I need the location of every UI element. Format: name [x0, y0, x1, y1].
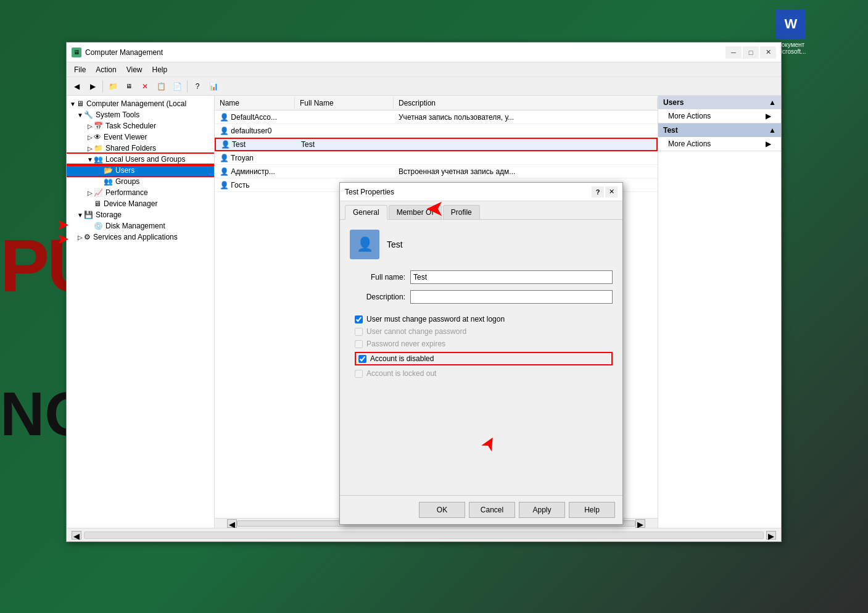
chevron-right-icon: ▶ — [766, 112, 771, 120]
collapse-icon: ▲ — [769, 98, 776, 107]
toolbar: ◀ ▶ 📁 🖥 ✕ 📋 📄 ? 📊 — [67, 77, 781, 96]
actions-test-more-actions[interactable]: More Actions ▶ — [658, 137, 781, 151]
dialog-title-text: Test Properties — [345, 188, 592, 196]
status-scrollbar[interactable] — [84, 532, 764, 539]
password-never-expires-checkbox[interactable] — [355, 340, 363, 348]
checkbox-account-locked[interactable]: Account is locked out — [355, 369, 613, 378]
cancel-button[interactable]: Cancel — [469, 502, 515, 518]
tree-device-manager[interactable]: 🖥 Device Manager — [67, 198, 214, 209]
tree-shared-folders[interactable]: ▷ 📁 Shared Folders — [67, 143, 214, 154]
view-button[interactable]: 📊 — [206, 79, 221, 94]
performance-icon: 📈 — [94, 188, 103, 197]
tree-storage-label: Storage — [96, 211, 122, 219]
full-name-input[interactable] — [410, 270, 613, 284]
maximize-button[interactable]: □ — [743, 46, 759, 59]
cell-fullname — [295, 116, 394, 119]
menu-file[interactable]: File — [69, 64, 91, 75]
services-apps-icon: ⚙ — [84, 233, 91, 241]
user-avatar-row: 👤 Test — [350, 230, 613, 259]
new-button[interactable]: 📄 — [170, 79, 184, 94]
expand-icon: ▼ — [86, 156, 94, 163]
col-header-name[interactable]: Name — [215, 98, 295, 109]
shared-folders-icon: 📁 — [94, 144, 103, 152]
menu-view[interactable]: View — [122, 64, 147, 75]
tree-system-tools[interactable]: ▼ 🔧 System Tools — [67, 109, 214, 120]
tree-disk-management[interactable]: 💿 Disk Management — [67, 220, 214, 231]
cell-desc — [394, 157, 658, 159]
help-toolbar-button[interactable]: ? — [190, 79, 205, 94]
cannot-change-password-checkbox[interactable] — [355, 328, 363, 336]
full-name-row: Full name: — [350, 270, 613, 284]
scroll-right-button[interactable]: ▶ — [635, 519, 645, 528]
scroll-bar-left-btn[interactable]: ◀ — [72, 531, 81, 540]
description-row: Description: — [350, 290, 613, 304]
list-row[interactable]: 👤 Администр... Встроенная учетная запись… — [215, 165, 658, 178]
expand-icon: ▷ — [86, 134, 94, 141]
cell-desc — [394, 130, 658, 132]
checkbox-must-change-password[interactable]: User must change password at next logon — [355, 315, 613, 323]
account-locked-checkbox[interactable] — [355, 370, 363, 378]
list-row[interactable]: 👤 Troyan — [215, 151, 658, 165]
tab-general[interactable]: General — [345, 205, 387, 220]
expand-icon: ▼ — [69, 101, 76, 107]
properties-button[interactable]: 📋 — [154, 79, 168, 94]
cell-name: 👤 Troyan — [215, 152, 295, 164]
dialog-close-button[interactable]: ✕ — [605, 186, 618, 198]
actions-section-users: Users ▲ More Actions ▶ — [658, 96, 781, 123]
list-row[interactable]: 👤 defaultuser0 — [215, 124, 658, 138]
show-hide-button[interactable]: 🖥 — [122, 79, 136, 94]
actions-more-actions[interactable]: More Actions ▶ — [658, 109, 781, 123]
tree-groups-label: Groups — [115, 177, 139, 186]
account-disabled-checkbox[interactable] — [358, 355, 366, 363]
minimize-button[interactable]: ─ — [725, 46, 742, 59]
scroll-left-button[interactable]: ◀ — [227, 519, 237, 528]
tree-root-label: Computer Management (Local — [86, 99, 186, 108]
description-input[interactable] — [410, 290, 613, 304]
tree-local-users-label: Local Users and Groups — [105, 155, 185, 164]
user-avatar: 👤 — [350, 230, 379, 259]
checkbox-password-never-expires[interactable]: Password never expires — [355, 340, 613, 348]
list-row-test[interactable]: 👤 Test Test — [215, 138, 658, 151]
expand-icon: ▼ — [76, 212, 84, 219]
back-button[interactable]: ◀ — [69, 79, 84, 94]
cell-desc: Встроенная учетная запись адм... — [394, 166, 658, 177]
tree-event-viewer[interactable]: ▷ 👁 Event Viewer — [67, 131, 214, 143]
apply-button[interactable]: Apply — [519, 502, 565, 518]
tree-storage[interactable]: ▼ 💾 Storage — [67, 209, 214, 220]
tab-profile[interactable]: Profile — [443, 205, 480, 219]
close-button[interactable]: ✕ — [760, 46, 776, 59]
tree-users[interactable]: 📂 Users — [67, 165, 214, 176]
must-change-password-checkbox[interactable] — [355, 315, 363, 323]
tree-groups[interactable]: 👥 Groups — [67, 176, 214, 187]
dialog-help-button[interactable]: ? — [592, 186, 604, 198]
up-button[interactable]: 📁 — [105, 79, 120, 94]
must-change-password-label: User must change password at next logon — [366, 315, 505, 323]
tab-member-of[interactable]: Member Of — [389, 205, 442, 219]
col-header-description[interactable]: Description — [394, 98, 658, 109]
tree-performance[interactable]: ▷ 📈 Performance — [67, 187, 214, 198]
checkbox-account-disabled[interactable]: Account is disabled — [355, 352, 613, 365]
ok-button[interactable]: OK — [419, 502, 465, 518]
forward-button[interactable]: ▶ — [85, 79, 100, 94]
tab-general-label: General — [353, 208, 379, 217]
tree-services-apps-label: Services and Applications — [93, 233, 178, 241]
dialog-user-name: Test — [387, 240, 403, 249]
tree-root[interactable]: ▼ 🖥 Computer Management (Local — [67, 98, 214, 109]
system-tools-icon: 🔧 — [84, 111, 93, 119]
actions-users-label: Users — [663, 98, 684, 107]
tree-services-apps[interactable]: ▷ ⚙ Services and Applications — [67, 231, 214, 243]
tree-local-users-groups[interactable]: ▼ 👥 Local Users and Groups — [67, 154, 214, 165]
col-header-fullname[interactable]: Full Name — [295, 98, 394, 109]
menu-action[interactable]: Action — [91, 64, 121, 75]
cell-name: 👤 defaultuser0 — [215, 125, 295, 136]
dialog-footer: OK Cancel Apply Help — [340, 495, 622, 524]
delete-button[interactable]: ✕ — [138, 79, 152, 94]
scroll-bar-right-btn[interactable]: ▶ — [766, 531, 776, 540]
test-properties-dialog: Test Properties ? ✕ General Member Of Pr… — [339, 182, 623, 525]
tree-task-scheduler[interactable]: ▷ 📅 Task Scheduler — [67, 120, 214, 131]
actions-test-label: Test — [663, 126, 678, 135]
checkbox-cannot-change-password[interactable]: User cannot change password — [355, 327, 613, 336]
help-button[interactable]: Help — [569, 502, 615, 518]
list-row[interactable]: 👤 DefaultAcco... Учетная запись пользова… — [215, 111, 658, 124]
menu-help[interactable]: Help — [147, 64, 173, 75]
